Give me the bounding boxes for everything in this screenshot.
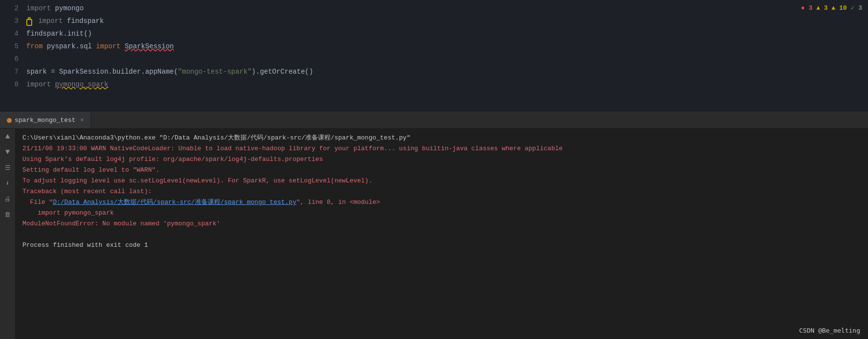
from-keyword: from — [26, 42, 43, 50]
tab-close-button[interactable]: × — [80, 117, 84, 124]
terminal-line-file: File "D:/Data Analysis/大数据/代码/spark-src/… — [22, 197, 861, 208]
line-num-8: 8 — [6, 78, 19, 91]
terminal-tabs-bar: spark_mongo_test × — [0, 112, 868, 129]
terminal-line-finish: Process finished with exit code 1 — [22, 240, 861, 251]
line-num-5: 5 — [6, 40, 19, 53]
sparksession-class: SparkSession — [125, 42, 174, 50]
import-module-findspark: findspark — [67, 17, 104, 25]
terminal-line-warn1: 21/11/06 19:33:00 WARN NativeCodeLoader:… — [22, 143, 861, 154]
terminal-line-module-error: ModuleNotFoundError: No module named 'py… — [22, 219, 861, 229]
tab-label: spark_mongo_test — [15, 117, 76, 124]
terminal-container: ▲ ▼ ☰ ⬇ 🖨 🗑 C:\Users\xianl\Anaconda3\pyt… — [0, 129, 868, 339]
code-line-7: spark = SparkSession.builder.appName("mo… — [24, 65, 868, 78]
status-icons: ● 3 ▲ 3 ▲ 10 ✓ 3 — [801, 4, 862, 12]
ok-count: ✓ 3 — [851, 4, 862, 12]
print-icon[interactable]: 🖨 — [2, 193, 14, 205]
watermark: CSDN @Be_melting — [799, 327, 860, 334]
code-line-8: import pymongo_spark — [24, 78, 868, 91]
line-num-7: 7 — [6, 65, 19, 78]
code-line-4: findspark.init() — [24, 27, 868, 40]
code-line-3: import findspark — [24, 15, 868, 27]
error-count: ● 3 — [801, 4, 812, 12]
import-module-pymongo: pymongo — [55, 4, 84, 12]
app-name-string: "mongo-test-spark" — [178, 68, 252, 76]
line-num-6: 6 — [6, 53, 19, 65]
import-keyword-2: import — [26, 4, 51, 12]
scroll-down-icon[interactable]: ▼ — [2, 146, 14, 158]
warning-count: ▲ 3 — [816, 4, 828, 12]
line-num-4: 4 — [6, 27, 19, 40]
code-content: 2 3 4 5 6 7 8 import pymongo import find… — [0, 0, 868, 112]
delete-icon[interactable]: 🗑 — [2, 209, 14, 220]
info-count: ▲ 10 — [831, 4, 847, 12]
terminal-line-log4j: Using Spark's default log4j profile: org… — [22, 154, 861, 165]
code-lines: import pymongo import findspark findspar… — [24, 1, 868, 112]
code-line-6 — [24, 53, 868, 65]
file-link[interactable]: D:/Data Analysis/大数据/代码/spark-src/准备课程/s… — [53, 199, 296, 206]
terminal-line-adjust: To adjust logging level use sc.setLogLev… — [22, 176, 861, 186]
lines-icon[interactable]: ☰ — [2, 162, 14, 174]
code-line-5: from pyspark.sql import SparkSession — [24, 40, 868, 53]
import-keyword-8: import — [26, 80, 51, 88]
terminal-line-traceback: Traceback (most recent call last): — [22, 186, 861, 197]
line-num-2: 2 — [6, 2, 19, 15]
terminal-sidebar: ▲ ▼ ☰ ⬇ 🖨 🗑 — [0, 129, 16, 339]
terminal-line-loglevel: Setting default log level to "WARN". — [22, 165, 861, 176]
editor-area: 2 3 4 5 6 7 8 import pymongo import find… — [0, 0, 868, 112]
code-line-2: import pymongo — [24, 2, 868, 15]
terminal-line-import: import pymongo_spark — [22, 208, 861, 219]
get-or-create: ).getOrCreate() — [252, 68, 313, 76]
line-num-3: 3 — [6, 15, 19, 27]
download-icon[interactable]: ⬇ — [2, 178, 14, 189]
line-numbers: 2 3 4 5 6 7 8 — [0, 1, 24, 112]
dot-init: .init() — [63, 30, 92, 38]
terminal-line-cmd: C:\Users\xianl\Anaconda3\python.exe "D:/… — [22, 133, 861, 143]
pymongo-spark-module: pymongo_spark — [55, 80, 108, 88]
import-keyword-5: import — [96, 42, 120, 50]
terminal-line-empty — [22, 229, 861, 240]
pyspark-sql: pyspark.sql — [47, 42, 96, 50]
spark-assign: spark = SparkSession.builder.appName( — [26, 68, 178, 76]
scroll-up-icon[interactable]: ▲ — [2, 131, 14, 142]
import-keyword-3: import — [38, 17, 62, 25]
terminal-output: C:\Users\xianl\Anaconda3\python.exe "D:/… — [16, 129, 868, 339]
findspark-init: findspark — [26, 30, 63, 38]
tab-dot-icon — [7, 118, 12, 123]
terminal-tab-spark-mongo[interactable]: spark_mongo_test × — [0, 112, 91, 128]
